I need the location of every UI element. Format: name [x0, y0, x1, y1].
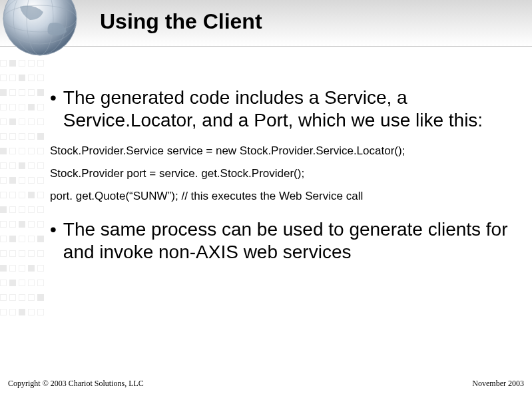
bullet-dot-icon: • [50, 87, 57, 132]
bullet-item: • The generated code includes a Service,… [50, 87, 509, 132]
left-decoration [0, 60, 47, 346]
bullet-dot-icon: • [50, 218, 57, 264]
bullet-text: The generated code includes a Service, a… [63, 87, 509, 132]
content-area: • The generated code includes a Service,… [50, 87, 509, 276]
globe-icon [0, 0, 93, 60]
slide-title: Using the Client [100, 9, 262, 34]
bullet-item: • The same process can be used to genera… [50, 218, 509, 264]
bullet-text: The same process can be used to generate… [63, 218, 509, 264]
code-line: port. get.Quote(“SUNW”); // this execute… [50, 189, 509, 204]
slide: Using the Client • The generated code in… [0, 0, 532, 398]
code-block: Stock.Provider.Service service = new Sto… [50, 144, 509, 204]
footer-date: November 2003 [472, 379, 524, 389]
code-line: Stock.Provider port = service. get.Stock… [50, 166, 509, 181]
footer-copyright: Copyright © 2003 Chariot Solutions, LLC [8, 379, 144, 389]
code-line: Stock.Provider.Service service = new Sto… [50, 144, 509, 158]
